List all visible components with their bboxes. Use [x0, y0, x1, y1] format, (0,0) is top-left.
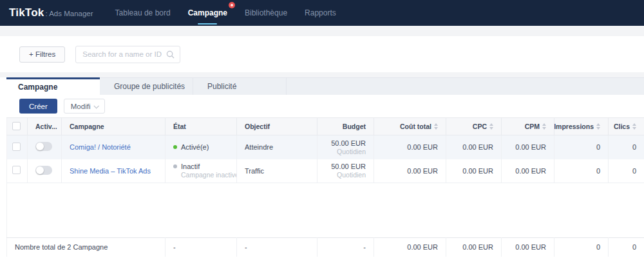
- campaign-table: Activ... Campagne État Objectif Budget C…: [6, 117, 644, 257]
- campaign-active-toggle[interactable]: [35, 166, 52, 175]
- footer-objectif: -: [237, 238, 317, 257]
- select-all-checkbox[interactable]: [12, 122, 21, 130]
- objective-cell: Atteindre: [237, 135, 317, 159]
- table-header-row: Activ... Campagne État Objectif Budget C…: [7, 118, 644, 135]
- col-header-etat: État: [166, 118, 237, 135]
- col-header-objectif: Objectif: [237, 118, 317, 135]
- footer-clics: 0: [609, 238, 644, 257]
- status-dot-icon: [173, 164, 177, 168]
- row-checkbox[interactable]: [12, 143, 21, 151]
- footer-cout-total: 0.00 EUR: [374, 238, 446, 257]
- nav-item-bibliotheque[interactable]: Bibliothèque: [243, 6, 289, 20]
- tab-strip-filler: [287, 77, 644, 95]
- nav-item-rapports[interactable]: Rapports: [303, 6, 337, 20]
- table-row-shine-media: Shine Media – TikTok Ads Inactif Campagn…: [7, 159, 644, 183]
- sort-icon[interactable]: [596, 123, 600, 130]
- table-row-comiga: Comiga! / Notoriété Activé(e) Atteindre …: [7, 135, 644, 159]
- sort-icon[interactable]: [542, 123, 546, 130]
- col-header-cpm[interactable]: CPM: [502, 118, 554, 135]
- nav-menu: Tableau de bord Campagne Bibliothèque Ra…: [114, 6, 337, 20]
- campaign-toolbar: Créer Modifi: [0, 95, 644, 117]
- table-footer-row: Nombre total de 2 Campagne - - - 0.00 EU…: [7, 238, 644, 257]
- cost-total-cell: 0.00 EUR: [374, 135, 446, 159]
- objective-cell: Traffic: [237, 159, 317, 183]
- tab-publicite[interactable]: Publicité: [193, 77, 287, 95]
- cpc-cell: 0.00 EUR: [446, 135, 502, 159]
- impressions-cell: 0: [554, 135, 609, 159]
- modify-button[interactable]: Modifi: [64, 99, 106, 114]
- sort-icon[interactable]: [489, 123, 493, 130]
- cpm-cell: 0.00 EUR: [502, 159, 554, 183]
- tab-campagne[interactable]: Campagne: [6, 77, 100, 95]
- footer-cpc: 0.00 EUR: [446, 238, 502, 257]
- chevron-down-icon: [94, 103, 99, 108]
- logo-tiktok: TikTok: [9, 6, 44, 19]
- footer-cpm: 0.00 EUR: [502, 238, 554, 257]
- status-dot-icon: [173, 145, 177, 149]
- budget-cell: 50.00 EUR Quotidien: [317, 159, 374, 183]
- nav-item-tableau-de-bord[interactable]: Tableau de bord: [114, 6, 172, 20]
- sort-icon[interactable]: [632, 123, 636, 130]
- cpc-cell: 0.00 EUR: [446, 159, 502, 183]
- col-header-clics[interactable]: Clics: [609, 118, 644, 135]
- tab-groupe-de-publicites[interactable]: Groupe de publicités: [100, 77, 193, 95]
- page-gap: [0, 26, 644, 36]
- page-gap: [0, 72, 644, 77]
- total-count-label: Nombre total de 2 Campagne: [7, 238, 166, 257]
- campaign-name-link[interactable]: Shine Media – TikTok Ads: [70, 167, 151, 175]
- impressions-cell: 0: [554, 159, 609, 183]
- search-icon: [166, 50, 175, 59]
- create-button[interactable]: Créer: [19, 99, 57, 114]
- col-header-cout-total[interactable]: Coût total: [374, 118, 446, 135]
- col-header-budget: Budget: [317, 118, 374, 135]
- empty-table-space: [7, 183, 644, 238]
- active-tab-underline: [198, 23, 217, 25]
- row-checkbox[interactable]: [12, 166, 21, 174]
- col-header-active: Activ...: [28, 118, 62, 135]
- logo-suffix: : Ads Manager: [45, 10, 93, 17]
- status-label: Inactif: [181, 163, 200, 170]
- entity-tabs: Campagne Groupe de publicités Publicité: [0, 77, 644, 95]
- footer-budget: -: [317, 238, 374, 257]
- notification-badge-icon: [229, 2, 235, 8]
- status-detail: Campagne inactive: [181, 171, 229, 179]
- campaign-active-toggle[interactable]: [35, 142, 52, 151]
- nav-item-campagne[interactable]: Campagne: [187, 6, 229, 20]
- budget-cell: 50.00 EUR Quotidien: [317, 135, 374, 159]
- cost-total-cell: 0.00 EUR: [374, 159, 446, 183]
- search-input[interactable]: [75, 46, 180, 63]
- top-nav: TikTok : Ads Manager Tableau de bord Cam…: [0, 0, 644, 26]
- col-header-campagne: Campagne: [62, 118, 166, 135]
- sort-icon[interactable]: [434, 123, 438, 130]
- campaign-name-link[interactable]: Comiga! / Notoriété: [70, 143, 131, 151]
- search-field-wrap: [75, 46, 180, 63]
- footer-impressions: 0: [554, 238, 609, 257]
- col-header-cpc[interactable]: CPC: [446, 118, 502, 135]
- filters-button[interactable]: + Filtres: [19, 46, 65, 63]
- header-checkbox-cell: [7, 118, 28, 135]
- col-header-impressions[interactable]: Impressions: [554, 118, 609, 135]
- tiktok-ads-manager-logo: TikTok : Ads Manager: [9, 6, 93, 19]
- footer-etat: -: [166, 238, 237, 257]
- cpm-cell: 0.00 EUR: [502, 135, 554, 159]
- status-label: Activé(e): [181, 143, 209, 151]
- clics-cell: 0: [609, 159, 644, 183]
- filter-bar: + Filtres: [0, 36, 644, 72]
- clics-cell: 0: [609, 135, 644, 159]
